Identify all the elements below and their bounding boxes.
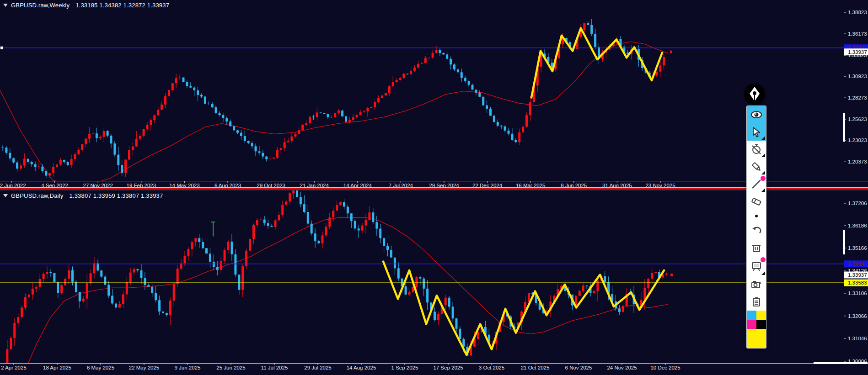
tool-trash-button[interactable]	[747, 239, 766, 257]
svg-text:10 Dec 2025: 10 Dec 2025	[650, 365, 680, 370]
tool-timer-off-button[interactable]	[747, 141, 766, 158]
svg-text:16 Mar 2025: 16 Mar 2025	[516, 183, 546, 187]
svg-text:7 Jul 2024: 7 Jul 2024	[389, 183, 413, 187]
tool-options-corner	[761, 171, 765, 174]
daily-chart-canvas[interactable]: 1.372061.361861.351661.341261.331061.320…	[0, 190, 868, 375]
tool-undo-button[interactable]	[747, 222, 766, 239]
line-icon	[750, 178, 762, 190]
svg-text:29 Sep 2024: 29 Sep 2024	[429, 183, 459, 187]
cursor-icon	[750, 126, 762, 138]
svg-text:22 Dec 2024: 22 Dec 2024	[472, 183, 503, 187]
size-dot-icon	[750, 210, 762, 222]
weekly-symbol-label: GBPUSD.raw,Weekly	[11, 2, 70, 9]
svg-text:14 Aug 2025: 14 Aug 2025	[347, 365, 376, 370]
color-swatch-3[interactable]	[756, 320, 766, 329]
tool-options-corner	[761, 153, 765, 157]
svg-text:1.30923: 1.30923	[848, 74, 867, 79]
svg-text:8 Jun 2025: 8 Jun 2025	[561, 183, 587, 187]
svg-text:14 May 2023: 14 May 2023	[169, 183, 200, 187]
color-swatch-0[interactable]	[747, 311, 756, 320]
tool-options-corner	[761, 271, 765, 275]
svg-text:1.33937: 1.33937	[848, 49, 867, 55]
chart-dropdown-icon[interactable]	[3, 4, 8, 7]
daily-ohlc-values: 1.33807 1.33959 1.33807 1.33937	[69, 192, 163, 199]
trash-icon	[750, 242, 762, 254]
camera-icon	[750, 279, 762, 290]
tool-options-corner	[761, 188, 765, 192]
tool-marker-button[interactable]	[747, 158, 766, 175]
chart-dropdown-icon[interactable]	[3, 194, 8, 197]
board-icon	[750, 260, 762, 272]
svg-text:11 Jul 2025: 11 Jul 2025	[261, 365, 288, 370]
svg-text:21 Jan 2024: 21 Jan 2024	[300, 183, 329, 187]
tool-clipboard-button[interactable]	[747, 293, 766, 311]
svg-text:6 Aug 2023: 6 Aug 2023	[214, 183, 241, 187]
current-color-swatch[interactable]	[747, 329, 766, 348]
svg-text:14 Apr 2024: 14 Apr 2024	[343, 183, 372, 187]
svg-text:1.38823: 1.38823	[848, 10, 867, 15]
svg-text:24 Nov 2025: 24 Nov 2025	[607, 365, 637, 370]
svg-text:1.20373: 1.20373	[848, 159, 867, 164]
svg-text:1.33106: 1.33106	[848, 290, 867, 296]
tool-cursor-button[interactable]	[747, 123, 766, 141]
badge-dot	[761, 176, 766, 181]
svg-text:18 Apr 2025: 18 Apr 2025	[43, 365, 71, 370]
tool-board-button[interactable]	[747, 257, 766, 276]
svg-text:6 May 2025: 6 May 2025	[87, 365, 114, 370]
trading-terminal: 1.388231.361731.335231.309231.282731.256…	[0, 0, 868, 375]
svg-text:19 Feb 2023: 19 Feb 2023	[127, 183, 156, 187]
tool-line-button[interactable]	[747, 175, 766, 193]
svg-text:29 Jul 2025: 29 Jul 2025	[304, 365, 331, 370]
svg-text:29 Oct 2023: 29 Oct 2023	[257, 183, 285, 187]
weekly-chart-canvas[interactable]: 1.388231.361731.335231.309231.282731.256…	[0, 0, 868, 187]
eye-icon	[750, 109, 762, 121]
clipboard-icon	[750, 296, 762, 308]
color-swatch-2[interactable]	[747, 320, 756, 329]
daily-symbol-label: GBPUSD.raw,Daily	[11, 192, 63, 199]
tool-camera-button[interactable]	[747, 276, 766, 293]
daily-chart-window: 1.372061.361861.351661.341261.331061.320…	[0, 190, 868, 375]
undo-icon	[750, 225, 762, 237]
tool-eraser-button[interactable]	[747, 193, 766, 210]
color-swatch-1[interactable]	[756, 311, 766, 320]
svg-text:25 Jun 2025: 25 Jun 2025	[216, 365, 245, 370]
svg-text:12 Jun 2022: 12 Jun 2022	[0, 183, 26, 187]
svg-text:1.23023: 1.23023	[848, 137, 867, 143]
svg-text:23 Nov 2025: 23 Nov 2025	[645, 183, 675, 187]
svg-text:1.32066: 1.32066	[848, 313, 867, 319]
svg-text:1.34441: 1.34441	[848, 261, 867, 267]
tool-eye-button[interactable]	[747, 106, 766, 123]
svg-text:1.37206: 1.37206	[848, 201, 867, 206]
svg-text:22 May 2025: 22 May 2025	[129, 365, 160, 370]
eraser-icon	[750, 195, 762, 207]
svg-text:2 Apr 2025: 2 Apr 2025	[1, 365, 27, 370]
svg-text:1 Sep 2025: 1 Sep 2025	[391, 365, 418, 370]
weekly-chart-window: 1.388231.361731.335231.309231.282731.256…	[0, 0, 868, 187]
annotation-toolbar	[746, 106, 766, 349]
svg-text:31 Aug 2025: 31 Aug 2025	[602, 183, 632, 187]
svg-text:1.31046: 1.31046	[848, 336, 867, 341]
daily-chart-title: GBPUSD.raw,Daily 1.33807 1.33959 1.33807…	[3, 192, 163, 199]
weekly-chart-title: GBPUSD.raw,Weekly 1.33185 1.34382 1.3287…	[3, 2, 169, 9]
svg-text:1.28273: 1.28273	[848, 95, 867, 100]
chart-splitter[interactable]	[0, 187, 868, 190]
svg-text:1.36186: 1.36186	[848, 223, 867, 228]
svg-text:1.33583: 1.33583	[848, 280, 867, 285]
svg-text:27 Nov 2022: 27 Nov 2022	[83, 183, 113, 187]
svg-text:1.25623: 1.25623	[848, 116, 867, 122]
svg-text:6 Nov 2025: 6 Nov 2025	[565, 365, 592, 370]
timer-off-icon	[750, 143, 762, 155]
svg-text:1.35166: 1.35166	[848, 245, 867, 251]
pen-nib-icon	[748, 86, 761, 102]
svg-text:9 Jun 2025: 9 Jun 2025	[175, 365, 201, 370]
svg-text:1.33937: 1.33937	[848, 272, 867, 278]
tool-size-dot-button[interactable]	[747, 210, 766, 222]
tool-options-corner	[761, 136, 765, 140]
svg-text:4 Sep 2022: 4 Sep 2022	[41, 183, 68, 187]
color-palette	[747, 311, 766, 329]
marker-icon	[750, 161, 762, 173]
annotation-app-button[interactable]	[744, 84, 765, 105]
svg-text:21 Oct 2025: 21 Oct 2025	[521, 365, 550, 370]
svg-text:17 Sep 2025: 17 Sep 2025	[433, 365, 463, 370]
svg-text:1.36173: 1.36173	[848, 31, 867, 37]
